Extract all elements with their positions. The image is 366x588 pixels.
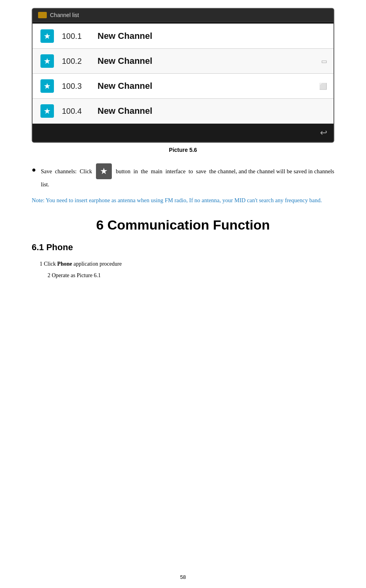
star-button-inline: [96, 163, 112, 179]
chapter-heading: 6 Communication Function: [32, 217, 334, 233]
instruction-item-2: 2 Operate as Picture 6.1: [48, 270, 334, 280]
section-heading: 6.1 Phone: [32, 242, 334, 253]
instruction-text-1: 1 Click Phone application procedure: [40, 261, 122, 267]
star-icon-1: [40, 29, 54, 43]
save-channels-section: ● Save channels: Click button in the mai…: [32, 164, 334, 189]
back-icon[interactable]: ↩: [320, 128, 327, 138]
channel-name-3: New Channel: [98, 81, 152, 91]
page-number: 58: [0, 574, 366, 580]
channel-list-header-icon: [38, 12, 47, 18]
channel-rows: 100.1 New Channel 100.2 New Channel ▭ 10…: [33, 24, 333, 124]
right-icon-3: ⬜: [319, 82, 327, 90]
channel-row[interactable]: 100.4 New Channel: [33, 99, 333, 124]
channel-number-4: 100.4: [62, 107, 90, 116]
channel-number-2: 100.2: [62, 57, 90, 66]
channel-row[interactable]: 100.1 New Channel: [33, 24, 333, 49]
channel-list-header: Channel list: [33, 9, 333, 22]
picture-caption: Picture 5.6: [32, 147, 334, 153]
channel-name-2: New Channel: [98, 56, 152, 66]
instruction-item-1: 1 Click Phone application procedure: [40, 259, 334, 269]
right-icon-2: ▭: [321, 57, 327, 65]
star-icon-4: [40, 104, 54, 118]
channel-row[interactable]: 100.3 New Channel ⬜: [33, 74, 333, 99]
screenshot-container: Channel list 100.1 New Channel 100.2 New…: [32, 8, 334, 143]
screen-bottom-bar: ↩: [33, 124, 333, 142]
instruction-list: 1 Click Phone application procedure 2 Op…: [40, 259, 334, 280]
channel-number-1: 100.1: [62, 32, 90, 41]
star-icon-2: [40, 54, 54, 68]
channel-name-1: New Channel: [98, 31, 152, 41]
save-channels-bullet: ● Save channels: Click button in the mai…: [32, 164, 334, 189]
save-channels-text: Save channels: Click button in the main …: [41, 164, 334, 189]
channel-name-4: New Channel: [98, 106, 152, 116]
note-text: Note: You need to insert earphone as ant…: [32, 195, 334, 205]
channel-list-title: Channel list: [50, 12, 79, 18]
channel-number-3: 100.3: [62, 82, 90, 91]
channel-row[interactable]: 100.2 New Channel ▭: [33, 49, 333, 74]
device-screen: Channel list 100.1 New Channel 100.2 New…: [32, 8, 334, 143]
star-icon-3: [40, 79, 54, 93]
bullet-dot: ●: [32, 164, 36, 176]
instruction-text-2: 2 Operate as Picture 6.1: [48, 272, 101, 278]
